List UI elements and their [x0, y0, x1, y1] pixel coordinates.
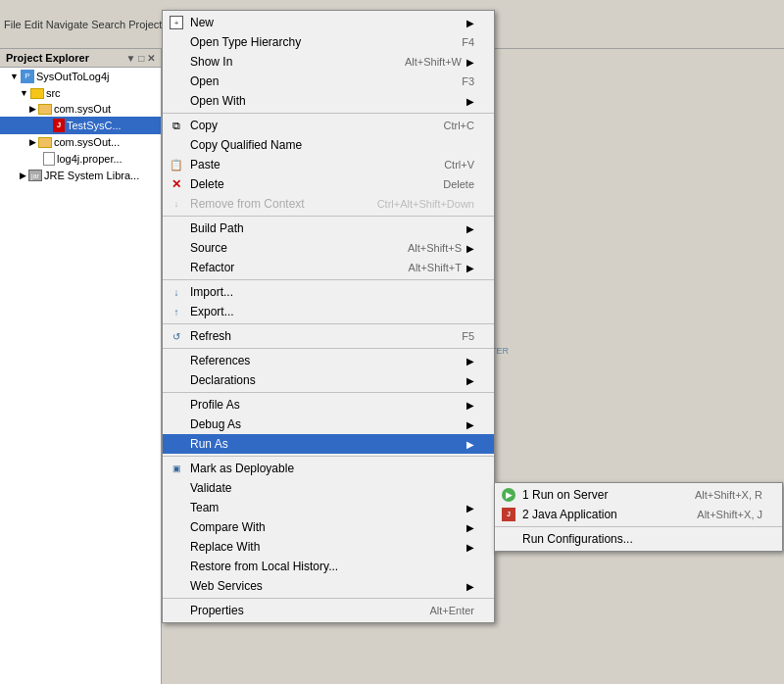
menu-item-import[interactable]: ↓ Import...: [163, 282, 494, 302]
menu-item-delete[interactable]: ✕ Delete Delete: [163, 174, 494, 194]
menu-item-restore-local[interactable]: Restore from Local History...: [163, 557, 494, 576]
menu-item-open-with[interactable]: Open With ▶: [163, 91, 494, 111]
menu-item-validate[interactable]: Validate: [163, 478, 494, 498]
menu-item-open[interactable]: Open F3: [163, 72, 494, 91]
menu-item-export[interactable]: ↑ Export...: [163, 302, 494, 321]
menu-item-copy-qualified[interactable]: Copy Qualified Name: [163, 135, 494, 155]
menu-item-remove-context-label: Remove from Context: [190, 197, 358, 211]
remove-context-icon: ↓: [169, 196, 184, 212]
menu-item-team[interactable]: Team ▶: [163, 498, 494, 517]
menu-item-remove-context[interactable]: ↓ Remove from Context Ctrl+Alt+Shift+Dow…: [163, 194, 494, 214]
project-explorer: Project Explorer ▼ □ ✕ ▼ P SysOutToLog4j…: [0, 49, 162, 684]
folder-icon: [30, 88, 44, 99]
menu-item-mark-deployable[interactable]: ▣ Mark as Deployable: [163, 459, 494, 478]
menu-item-export-label: Export...: [190, 305, 474, 318]
paste-icon: 📋: [169, 157, 184, 172]
submenu-item-run-server[interactable]: ▶ 1 Run on Server Alt+Shift+X, R: [495, 485, 782, 505]
delete-icon: ✕: [169, 176, 184, 192]
menu-item-open-shortcut: F3: [462, 75, 474, 87]
separator-1: [163, 113, 494, 114]
menu-item-debug-as-label: Debug As: [190, 417, 462, 431]
menu-item-remove-context-shortcut: Ctrl+Alt+Shift+Down: [377, 198, 474, 210]
menu-item-declarations-label: Declarations: [190, 373, 462, 387]
menu-item-compare-with[interactable]: Compare With ▶: [163, 517, 494, 537]
menu-item-source-shortcut: Alt+Shift+S: [408, 242, 462, 254]
tree-item-jre[interactable]: ▶ jar JRE System Libra...: [0, 168, 161, 183]
menu-item-declarations[interactable]: Declarations ▶: [163, 370, 494, 390]
menu-item-build-path-arrow: ▶: [466, 223, 474, 234]
menu-item-team-label: Team: [190, 501, 462, 514]
new-icon: +: [169, 15, 184, 30]
menu-item-paste-shortcut: Ctrl+V: [444, 159, 474, 171]
tree-item-sysout[interactable]: ▼ P SysOutToLog4j: [0, 68, 161, 85]
menu-item-web-services-label: Web Services: [190, 579, 462, 593]
refresh-icon: ↺: [169, 328, 184, 344]
menu-item-show-in-shortcut: Alt+Shift+W: [405, 56, 462, 68]
menu-item-references-label: References: [190, 354, 462, 367]
menu-item-validate-label: Validate: [190, 481, 474, 495]
menu-item-build-path-label: Build Path: [190, 221, 462, 235]
menu-item-paste[interactable]: 📋 Paste Ctrl+V: [163, 155, 494, 174]
project-explorer-title: Project Explorer: [6, 52, 89, 64]
menu-item-source-label: Source: [190, 241, 388, 255]
separator-4: [163, 323, 494, 324]
tree-item-com2-label: com.sysOut...: [54, 136, 120, 148]
menu-item-new[interactable]: + New ▶: [163, 13, 494, 32]
menu-item-run-as-label: Run As: [190, 437, 462, 451]
tree-item-testsys[interactable]: J TestSysC...: [0, 117, 161, 134]
menu-item-show-in-arrow: ▶: [466, 57, 474, 68]
menu-item-build-path[interactable]: Build Path ▶: [163, 219, 494, 238]
jar-icon: jar: [28, 170, 42, 181]
menu-item-show-in[interactable]: Show In Alt+Shift+W ▶: [163, 52, 494, 72]
menu-item-copy-shortcut: Ctrl+C: [444, 120, 474, 131]
menu-item-refactor[interactable]: Refactor Alt+Shift+T ▶: [163, 258, 494, 277]
expand-arrow-src: ▼: [20, 88, 28, 98]
submenu-separator: [495, 526, 782, 527]
menu-item-refresh-shortcut: F5: [462, 330, 474, 342]
menu-item-properties-shortcut: Alt+Enter: [429, 605, 474, 616]
submenu-item-run-server-shortcut: Alt+Shift+X, R: [695, 489, 762, 501]
menu-item-copy[interactable]: ⧉ Copy Ctrl+C: [163, 116, 494, 135]
menu-item-properties[interactable]: Properties Alt+Enter: [163, 601, 494, 620]
tree-item-src[interactable]: ▼ src: [0, 85, 161, 101]
menu-item-mark-deployable-label: Mark as Deployable: [190, 462, 474, 475]
tree-item-log4j[interactable]: log4j.proper...: [0, 150, 161, 168]
menu-item-import-label: Import...: [190, 285, 474, 299]
menu-item-refactor-shortcut: Alt+Shift+T: [409, 262, 462, 273]
menu-item-run-as[interactable]: Run As ▶: [163, 434, 494, 454]
tree-item-sysout-label: SysOutToLog4j: [36, 71, 110, 82]
submenu-item-run-configs-label: Run Configurations...: [522, 532, 762, 546]
menu-item-source[interactable]: Source Alt+Shift+S ▶: [163, 238, 494, 258]
menu-item-replace-with-label: Replace With: [190, 540, 462, 554]
tree-item-com1[interactable]: ▶ com.sysOut: [0, 101, 161, 117]
separator-5: [163, 348, 494, 349]
menu-item-open-type[interactable]: Open Type Hierarchy F4: [163, 32, 494, 52]
menu-item-profile-as-label: Profile As: [190, 398, 462, 412]
menu-item-new-label: New: [190, 16, 462, 29]
menu-item-open-type-label: Open Type Hierarchy: [190, 35, 442, 49]
menu-item-properties-label: Properties: [190, 604, 410, 617]
submenu-item-run-configs[interactable]: Run Configurations...: [495, 529, 782, 549]
menu-item-references[interactable]: References ▶: [163, 351, 494, 370]
context-menu: + New ▶ Open Type Hierarchy F4 Show In A…: [162, 10, 495, 623]
menu-item-compare-with-label: Compare With: [190, 520, 462, 534]
menu-item-team-arrow: ▶: [466, 503, 474, 513]
menu-item-refresh-label: Refresh: [190, 329, 442, 343]
export-icon: ↑: [169, 304, 184, 319]
tree-item-testsys-label: TestSysC...: [67, 120, 122, 131]
menu-item-open-label: Open: [190, 74, 442, 88]
menu-item-refresh[interactable]: ↺ Refresh F5: [163, 326, 494, 346]
menu-item-debug-as[interactable]: Debug As ▶: [163, 415, 494, 434]
menu-item-source-arrow: ▶: [466, 243, 474, 254]
menu-item-new-arrow: ▶: [466, 18, 474, 28]
tree-item-src-label: src: [46, 87, 61, 99]
menu-item-web-services[interactable]: Web Services ▶: [163, 576, 494, 596]
submenu-item-java-app[interactable]: J 2 Java Application Alt+Shift+X, J: [495, 505, 782, 524]
menu-item-replace-with[interactable]: Replace With ▶: [163, 537, 494, 557]
menu-item-profile-as[interactable]: Profile As ▶: [163, 395, 494, 415]
menu-item-refactor-label: Refactor: [190, 261, 389, 274]
menu-item-delete-label: Delete: [190, 177, 423, 191]
project-explorer-header: Project Explorer ▼ □ ✕: [0, 49, 161, 68]
tree-item-com2[interactable]: ▶ com.sysOut...: [0, 134, 161, 150]
menu-item-open-with-arrow: ▶: [466, 96, 474, 107]
